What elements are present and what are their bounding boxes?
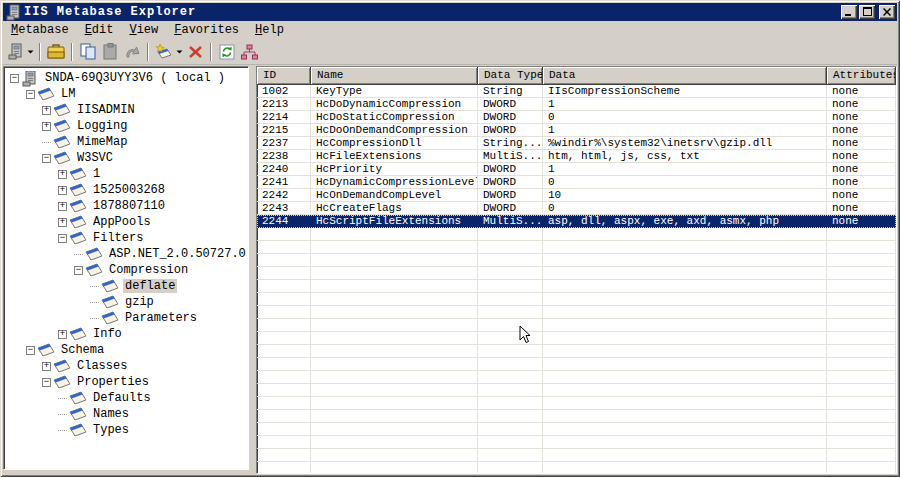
refresh-button[interactable]	[216, 41, 238, 63]
menu-item-help[interactable]: Help	[247, 22, 292, 38]
tree-item-schema[interactable]: −Schema	[4, 342, 248, 358]
collapse-expander[interactable]: −	[74, 266, 83, 275]
maximize-button[interactable]	[859, 5, 875, 19]
open-button[interactable]	[45, 41, 67, 63]
paste-button[interactable]	[99, 41, 121, 63]
tree-item-mimemap[interactable]: MimeMap	[4, 134, 248, 150]
tree-item-classes[interactable]: +Classes	[4, 358, 248, 374]
tree-item-label: Properties	[75, 375, 151, 389]
key-icon	[101, 311, 119, 325]
collapse-expander[interactable]: −	[26, 90, 35, 99]
maximize-icon	[863, 3, 872, 21]
tree-item-snda-69q3uyy3v6-local-[interactable]: −SNDA-69Q3UYY3V6 ( local )	[4, 70, 248, 86]
menu-item-view[interactable]: View	[121, 22, 166, 38]
menu-bar: MetabaseEditViewFavoritesHelp	[3, 21, 897, 39]
collapse-expander[interactable]: −	[42, 154, 51, 163]
tree-item-w3svc[interactable]: −W3SVC	[4, 150, 248, 166]
expand-expander[interactable]: +	[58, 202, 67, 211]
list-row-2243[interactable]: 2243HcCreateFlagsDWORD0none	[257, 202, 896, 215]
tree-item-label: 1878807110	[91, 199, 167, 213]
new-key-button[interactable]	[153, 41, 184, 63]
minimize-button[interactable]	[841, 5, 857, 19]
key-icon	[53, 359, 71, 373]
dropdown-arrow-icon[interactable]	[176, 49, 183, 55]
collapse-expander[interactable]: −	[10, 74, 19, 83]
empty-cell	[478, 358, 543, 371]
tree-item-label: Classes	[75, 359, 129, 373]
empty-list-row	[257, 384, 896, 397]
collapse-expander[interactable]: −	[58, 234, 67, 243]
collapse-expander[interactable]: −	[42, 378, 51, 387]
dropdown-arrow-icon[interactable]	[27, 49, 34, 55]
collapse-expander[interactable]: −	[26, 346, 35, 355]
undo-button[interactable]	[121, 41, 143, 63]
tree-item-compression[interactable]: −Compression	[4, 262, 248, 278]
column-header-data[interactable]: Data	[543, 67, 827, 85]
tree-item-filters[interactable]: −Filters	[4, 230, 248, 246]
menu-item-edit[interactable]: Edit	[77, 22, 122, 38]
tree-item-iisadmin[interactable]: +IISADMIN	[4, 102, 248, 118]
tree-item-info[interactable]: +Info	[4, 326, 248, 342]
menu-item-metabase[interactable]: Metabase	[3, 22, 77, 38]
tree-item-defaults[interactable]: Defaults	[4, 390, 248, 406]
copy-button[interactable]	[77, 41, 99, 63]
list-row-1002[interactable]: 1002KeyTypeStringIIsCompressionSchemenon…	[257, 85, 896, 98]
tree-item-label: Compression	[107, 263, 190, 277]
empty-cell	[827, 436, 896, 449]
cell-attributes: none	[827, 111, 896, 124]
column-header-id[interactable]: ID	[257, 67, 311, 85]
list-row-2240[interactable]: 2240HcPriorityDWORD1none	[257, 163, 896, 176]
key-icon	[69, 199, 87, 213]
tree-item-gzip[interactable]: gzip	[4, 294, 248, 310]
menu-item-favorites[interactable]: Favorites	[166, 22, 247, 38]
list-row-2215[interactable]: 2215HcDoOnDemandCompressionDWORD1none	[257, 124, 896, 137]
list-row-2238[interactable]: 2238HcFileExtensionsMultiS...htm, html, …	[257, 150, 896, 163]
tree-item-1878807110[interactable]: +1878807110	[4, 198, 248, 214]
list-row-2244[interactable]: 2244HcScriptFileExtensionsMultiS...asp, …	[257, 215, 896, 228]
toolbar-separator	[210, 43, 212, 61]
list-row-2237[interactable]: 2237HcCompressionDllString...%windir%\sy…	[257, 137, 896, 150]
tree-item-asp-net-2-0-50727-0[interactable]: ASP.NET_2.0.50727.0	[4, 246, 248, 262]
tree-connector	[42, 142, 51, 143]
tree-item-properties[interactable]: −Properties	[4, 374, 248, 390]
expand-expander[interactable]: +	[42, 122, 51, 131]
empty-list-row	[257, 410, 896, 423]
delete-button[interactable]	[184, 41, 206, 63]
tree-item-types[interactable]: Types	[4, 422, 248, 438]
empty-cell	[478, 449, 543, 462]
expand-expander[interactable]: +	[58, 186, 67, 195]
cell-name: HcDoDynamicCompression	[311, 98, 478, 111]
tree-item-lm[interactable]: −LM	[4, 86, 248, 102]
key-icon	[37, 343, 55, 357]
column-header-data-type[interactable]: Data Type	[478, 67, 543, 85]
list-row-2213[interactable]: 2213HcDoDynamicCompressionDWORD1none	[257, 98, 896, 111]
tree-item-1[interactable]: +1	[4, 166, 248, 182]
list-row-2241[interactable]: 2241HcDynamicCompressionLevelDWORD0none	[257, 176, 896, 189]
expand-expander[interactable]: +	[58, 330, 67, 339]
tree-item-deflate[interactable]: deflate	[4, 278, 248, 294]
column-header-attributes[interactable]: Attributes	[827, 67, 896, 85]
cell-name: HcCompressionDll	[311, 137, 478, 150]
tree-item-apppools[interactable]: +AppPools	[4, 214, 248, 230]
tree-item-1525003268[interactable]: +1525003268	[4, 182, 248, 198]
expand-expander[interactable]: +	[58, 218, 67, 227]
list-row-2242[interactable]: 2242HcOnDemandCompLevelDWORD10none	[257, 189, 896, 202]
cell-data: 10	[543, 189, 827, 202]
hierarchy-view-button[interactable]	[238, 41, 260, 63]
expand-expander[interactable]: +	[58, 170, 67, 179]
tree-item-label: 1	[91, 167, 102, 181]
empty-list-row	[257, 358, 896, 371]
tree-item-parameters[interactable]: Parameters	[4, 310, 248, 326]
tree-item-logging[interactable]: +Logging	[4, 118, 248, 134]
close-button[interactable]	[879, 5, 895, 19]
empty-cell	[257, 345, 311, 358]
connect-server-button[interactable]	[6, 41, 35, 63]
panel-splitter[interactable]	[249, 66, 256, 470]
tree-item-names[interactable]: Names	[4, 406, 248, 422]
column-header-name[interactable]: Name	[311, 67, 478, 85]
expand-expander[interactable]: +	[42, 106, 51, 115]
tree-connector	[58, 414, 67, 415]
empty-cell	[257, 397, 311, 410]
expand-expander[interactable]: +	[42, 362, 51, 371]
list-row-2214[interactable]: 2214HcDoStaticCompressionDWORD0none	[257, 111, 896, 124]
